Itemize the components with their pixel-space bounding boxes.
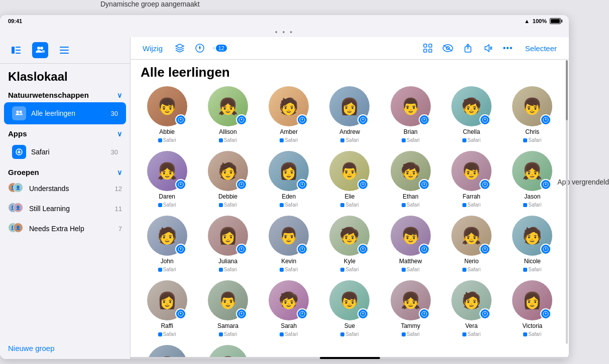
avatar-wrapper: 👦 — [451, 151, 492, 191]
student-name: Chella — [463, 128, 480, 135]
student-card[interactable]: 👦 Chris Safari — [504, 86, 561, 143]
avatar-wrapper: 🧑 — [451, 280, 492, 320]
safari-badge-icon — [357, 179, 369, 190]
student-card[interactable]: 👨 Elie Safari — [321, 151, 378, 208]
select-button[interactable]: Selecteer — [521, 44, 561, 53]
safari-badge-icon — [540, 179, 551, 190]
student-card[interactable]: 👧 Tammy Safari — [382, 280, 439, 337]
student-card[interactable]: 🧒 Ethan Safari — [382, 151, 439, 208]
all-students-count: 30 — [111, 110, 118, 117]
student-card[interactable]: 👩 Juliana Safari — [199, 216, 256, 272]
student-card[interactable]: 👩 Andrew Safari — [321, 86, 378, 143]
safari-badge-icon — [175, 179, 186, 190]
student-card[interactable]: 🧑 Vera Safari — [443, 280, 500, 337]
svg-rect-19 — [424, 44, 427, 47]
safari-badge-icon — [419, 114, 430, 125]
student-app: Safari — [523, 202, 541, 208]
student-card[interactable]: 👧 Daren Safari — [139, 151, 195, 208]
student-card[interactable]: 👧 Jason Safari — [504, 151, 561, 208]
sidebar-item-all-students[interactable]: Alle leerlingen 30 — [4, 102, 126, 124]
student-card[interactable]: 👦 Abbie Safari — [139, 86, 195, 143]
student-card[interactable]: 🧑 Amber Safari — [261, 86, 317, 143]
safari-app-icon — [158, 203, 162, 207]
more-icon[interactable]: ••• — [501, 41, 515, 55]
avatar-wrapper: 🧑 — [269, 86, 309, 126]
student-app: Safari — [402, 331, 420, 337]
sidebar-item-safari[interactable]: Safari 30 — [4, 141, 126, 163]
student-card[interactable]: 👩 Raffi Safari — [139, 280, 195, 337]
safari-app-icon — [340, 138, 344, 142]
sidebar-item-group-2[interactable]: 👤 👤 Needs Extra Help 7 — [0, 219, 130, 239]
student-card[interactable]: 👦 Sue Safari — [321, 280, 378, 337]
share-icon[interactable] — [461, 41, 475, 55]
mute-icon[interactable] — [481, 41, 495, 55]
chevron-down-icon: ∨ — [117, 91, 122, 99]
student-card[interactable]: 🧒 Student30 Safari — [199, 345, 256, 357]
student-name: Sue — [344, 322, 355, 329]
student-app: Safari — [523, 137, 541, 143]
student-card[interactable]: 👧 Nerio Safari — [443, 216, 500, 272]
safari-app-icon — [219, 332, 223, 336]
sidebar-section-apps[interactable]: Apps ∨ — [0, 125, 130, 140]
student-card[interactable]: 👧 Allison Safari — [199, 86, 256, 143]
student-card[interactable]: 👩 Victoria Safari — [504, 280, 561, 337]
sidebar-section-natuurwetenschappen[interactable]: Natuurwetenschappen ∨ — [0, 87, 130, 101]
avatar-wrapper: 👦 — [391, 216, 431, 256]
sidebar-section-groepen[interactable]: Groepen ∨ — [0, 164, 130, 178]
avatar-wrapper: 🧑 — [512, 216, 552, 256]
student-name: Tammy — [401, 322, 420, 329]
safari-badge-icon — [175, 308, 186, 319]
student-card[interactable]: 👨 Student29 Safari — [139, 345, 195, 357]
safari-app-icon — [158, 332, 162, 336]
safari-app-icon — [280, 138, 284, 142]
student-card[interactable]: 🧑 John Safari — [139, 216, 195, 272]
student-name: Andrew — [339, 128, 360, 135]
svg-marker-57 — [180, 248, 181, 250]
safari-app-icon — [219, 268, 223, 272]
svg-marker-53 — [484, 183, 486, 186]
safari-badge-icon — [540, 308, 551, 319]
sidebar-item-group-0[interactable]: 👤 👤 Understands 12 — [0, 178, 130, 199]
student-card[interactable]: 👨 Brian Safari — [382, 86, 439, 143]
avatar-wrapper: 👨 — [391, 86, 431, 126]
student-app: Safari — [523, 267, 541, 272]
svg-marker-81 — [484, 312, 486, 315]
student-card[interactable]: 🧒 Kyle Safari — [321, 216, 378, 272]
battery-text: 100% — [533, 18, 547, 24]
svg-marker-75 — [302, 312, 303, 315]
svg-rect-3 — [16, 53, 21, 54]
svg-marker-35 — [362, 118, 364, 121]
students-view-icon[interactable] — [32, 42, 48, 58]
avatar-wrapper: 🧒 — [208, 345, 248, 357]
grid-icon[interactable] — [421, 41, 435, 55]
student-card[interactable]: 👩 Eden Safari — [261, 151, 317, 208]
student-card[interactable]: 👨 Kevin Safari — [261, 216, 317, 272]
student-name: Vera — [465, 322, 478, 329]
student-card[interactable]: 👦 Matthew Safari — [382, 216, 439, 272]
student-card[interactable]: 🧑 Nicole Safari — [504, 216, 561, 272]
student-name: Raffi — [161, 322, 173, 329]
safari-app-icon — [219, 138, 223, 142]
new-group-button[interactable]: Nieuwe groep — [8, 344, 55, 352]
safari-app-icon — [280, 203, 284, 207]
list-view-icon[interactable] — [56, 42, 72, 58]
compass-icon[interactable] — [193, 41, 207, 55]
student-card[interactable]: 👦 Farrah Safari — [443, 151, 500, 208]
student-card[interactable]: 🧑 Debbie Safari — [199, 151, 256, 208]
student-card[interactable]: 🧒 Chella Safari — [443, 86, 500, 143]
student-card[interactable]: 🧒 Sarah Safari — [261, 280, 317, 337]
svg-marker-77 — [362, 312, 364, 315]
sidebar-item-group-1[interactable]: 👤 👤 Still Learning 11 — [0, 199, 130, 219]
sidebar-toggle-icon[interactable] — [8, 42, 24, 58]
mail-icon[interactable]: 12 — [213, 41, 227, 55]
group-icon-2: 👤 👤 — [8, 223, 24, 235]
safari-app-icon — [462, 203, 466, 207]
content-area: Wijzig — [131, 37, 569, 359]
layers-icon[interactable] — [173, 41, 187, 55]
svg-rect-8 — [60, 53, 69, 54]
wijzig-button[interactable]: Wijzig — [139, 44, 167, 53]
group-count-0: 12 — [115, 185, 122, 193]
safari-app-icon — [523, 203, 527, 207]
eye-hide-icon[interactable] — [441, 41, 455, 55]
student-card[interactable]: 👨 Samara Safari — [199, 280, 256, 337]
